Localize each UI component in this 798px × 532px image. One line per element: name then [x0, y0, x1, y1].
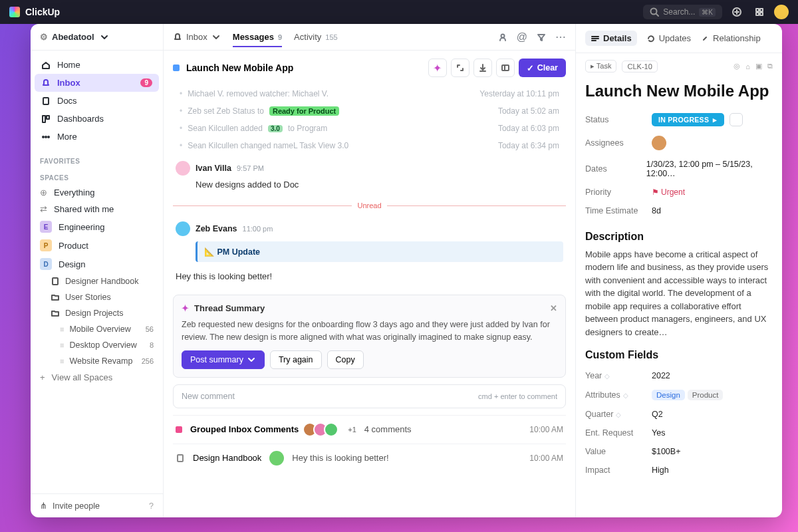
- doc-row[interactable]: Design Handbook Hey this is looking bett…: [173, 444, 566, 472]
- global-search[interactable]: Search... ⌘K: [643, 5, 722, 19]
- space-design[interactable]: DDesign: [31, 255, 163, 273]
- list-icon: ≡: [60, 357, 64, 365]
- cf-value[interactable]: High: [652, 466, 669, 475]
- doc-icon: [41, 96, 51, 106]
- ai-button[interactable]: ✦: [428, 59, 447, 77]
- group-title: Grouped Inbox Comments: [190, 424, 299, 434]
- search-icon: [650, 7, 659, 17]
- project-child[interactable]: ≡Website Revamp256: [31, 353, 163, 369]
- link-icon[interactable]: ⧉: [767, 62, 773, 70]
- target-icon[interactable]: ◎: [733, 62, 740, 70]
- invite-people[interactable]: Invite people: [53, 501, 100, 511]
- space-everything[interactable]: ⊕Everything: [31, 184, 163, 201]
- design-child[interactable]: Designer Handbook: [31, 273, 163, 289]
- sidebar-item-home[interactable]: Home: [35, 56, 159, 74]
- project-child[interactable]: ≡Mobile Overview56: [31, 321, 163, 337]
- time-value[interactable]: 8d: [652, 206, 661, 215]
- search-shortcut: ⌘K: [699, 8, 716, 17]
- copy-button[interactable]: Copy: [327, 350, 364, 369]
- person-icon[interactable]: [498, 33, 507, 42]
- workspace-switcher[interactable]: ⚙ Abedatool: [31, 24, 163, 51]
- nav-label: More: [57, 132, 77, 142]
- cf-label: Year: [585, 371, 602, 380]
- inbox-badge: 9: [140, 78, 152, 87]
- space-label: Engineering: [59, 222, 104, 232]
- image-icon[interactable]: ▣: [755, 62, 762, 70]
- bell-icon: [173, 33, 182, 42]
- panel-button[interactable]: [496, 59, 515, 77]
- status-pill[interactable]: IN PROGRESS▸: [652, 113, 724, 126]
- crumb-task[interactable]: ▸ Task: [585, 60, 616, 72]
- attribute-chip[interactable]: Product: [688, 390, 724, 400]
- user-avatar[interactable]: [774, 5, 789, 19]
- post-summary-button[interactable]: Post summary: [182, 350, 265, 369]
- check-icon: ✓: [527, 63, 534, 73]
- field-label: Priority: [585, 188, 652, 197]
- inbox-dropdown[interactable]: Inbox: [173, 32, 221, 42]
- activity-log: Zeb set Zeb Status to Ready for ProductT…: [173, 102, 566, 120]
- sidebar-item-more[interactable]: More: [35, 128, 159, 146]
- cf-value[interactable]: $100B+: [652, 447, 680, 456]
- tab-activity[interactable]: Activity155: [294, 32, 338, 42]
- head-label: Inbox: [186, 32, 207, 42]
- log-text: Sean Kilcullen added: [188, 124, 263, 133]
- log-text: to Program: [288, 124, 327, 133]
- apps-button[interactable]: [751, 4, 767, 20]
- assignee-avatar[interactable]: [652, 136, 666, 150]
- tab-messages[interactable]: Messages9: [233, 32, 282, 47]
- try-again-button[interactable]: Try again: [270, 350, 322, 369]
- close-icon[interactable]: ✕: [550, 303, 557, 313]
- sidebar-item-docs[interactable]: Docs: [35, 92, 159, 110]
- task-title[interactable]: Launch New Mobile App: [186, 63, 293, 73]
- message-time: 11:00 pm: [243, 225, 273, 233]
- sidebar-item-inbox[interactable]: Inbox9: [35, 74, 159, 92]
- attribute-chip[interactable]: Design: [652, 390, 685, 400]
- tab-details[interactable]: Details: [585, 31, 637, 46]
- grouped-comments-row[interactable]: Grouped Inbox Comments +1 4 comments 10:…: [173, 415, 566, 444]
- view-all-spaces[interactable]: +View all Spaces: [31, 369, 163, 386]
- activity-log: Michael V. removed watcher: Michael V.Ye…: [173, 85, 566, 102]
- status-tag: Ready for Product: [269, 106, 339, 116]
- quote-block: 📐 PM Update: [196, 241, 563, 262]
- filter-icon[interactable]: [537, 33, 546, 42]
- tab-relationship[interactable]: Relationship: [700, 33, 761, 43]
- svg-point-12: [43, 136, 44, 138]
- comment-placeholder: New comment: [182, 392, 235, 401]
- cf-value[interactable]: 2022: [652, 371, 670, 380]
- avatar-stack: [307, 422, 338, 437]
- tab-updates[interactable]: Updates: [646, 33, 691, 43]
- description-text[interactable]: Mobile apps have become a critical aspec…: [576, 248, 782, 339]
- sidebar-item-dashboards[interactable]: Dashboards: [35, 110, 159, 128]
- doc-title: Design Handbook: [193, 453, 261, 463]
- quote-text: PM Update: [217, 247, 260, 257]
- mention-icon[interactable]: @: [517, 31, 527, 43]
- clear-button[interactable]: ✓Clear: [519, 59, 566, 77]
- cf-value[interactable]: Yes: [652, 428, 665, 438]
- item-count: 8: [150, 341, 154, 349]
- workspace-name: Abedatool: [52, 32, 94, 42]
- cf-label: Value: [585, 447, 606, 456]
- space-engineering[interactable]: EEngineering: [31, 217, 163, 236]
- crumb-id[interactable]: CLK-10: [622, 61, 657, 72]
- more-icon[interactable]: ⋯: [555, 31, 566, 43]
- complete-checkbox[interactable]: [730, 113, 743, 126]
- item-count: 56: [146, 325, 154, 333]
- plus-circle-icon: [732, 7, 741, 17]
- priority-value[interactable]: ⚑Urgent: [652, 188, 685, 197]
- space-shared[interactable]: ⇄Shared with me: [31, 201, 163, 217]
- cf-value[interactable]: Q2: [652, 410, 663, 419]
- space-product[interactable]: PProduct: [31, 236, 163, 255]
- summary-title: Thread Summary: [194, 303, 265, 313]
- tag-icon[interactable]: ⌂: [745, 63, 750, 70]
- dates-value[interactable]: 1/30/23, 12:00 pm – 5/15/23, 12:00…: [646, 160, 773, 178]
- help-icon[interactable]: ?: [149, 501, 154, 511]
- download-button[interactable]: [473, 59, 492, 77]
- design-child[interactable]: Design Projects: [31, 305, 163, 321]
- comment-count: 4 comments: [364, 424, 412, 434]
- design-child[interactable]: User Stories: [31, 289, 163, 305]
- new-comment-input[interactable]: New comment cmd + enter to comment: [173, 384, 566, 408]
- new-button[interactable]: [729, 4, 745, 20]
- expand-button[interactable]: [451, 59, 469, 77]
- project-child[interactable]: ≡Desktop Overview8: [31, 337, 163, 353]
- subitem-label: Desktop Overview: [69, 340, 136, 350]
